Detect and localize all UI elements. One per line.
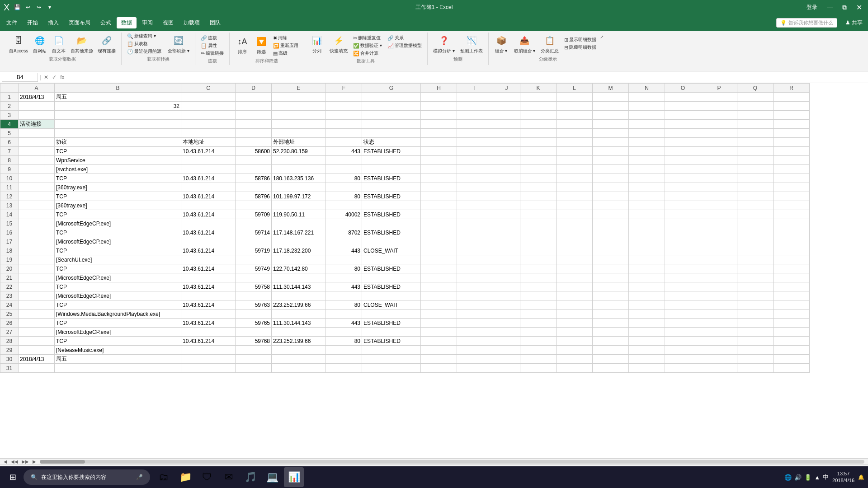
cell-D24[interactable]: 59763 xyxy=(236,300,272,310)
cell-L11[interactable] xyxy=(557,183,593,192)
cell-F3[interactable] xyxy=(326,111,362,120)
cell-E14[interactable]: 119.90.50.11 xyxy=(272,210,326,219)
cell-L6[interactable] xyxy=(557,138,593,147)
row-header-22[interactable]: 22 xyxy=(0,282,19,291)
cell-E20[interactable]: 122.70.142.80 xyxy=(272,264,326,273)
cell-N28[interactable] xyxy=(629,337,665,346)
cell-M13[interactable] xyxy=(593,201,629,210)
cell-Q2[interactable] xyxy=(737,102,774,111)
cell-H7[interactable] xyxy=(421,147,457,156)
cell-L16[interactable] xyxy=(557,228,593,237)
col-header-J[interactable]: J xyxy=(493,84,520,93)
row-header-5[interactable]: 5 xyxy=(0,129,19,138)
cell-R8[interactable] xyxy=(774,156,810,165)
cell-D5[interactable] xyxy=(236,129,272,138)
cell-J14[interactable] xyxy=(493,210,520,219)
cell-C20[interactable]: 10.43.61.214 xyxy=(181,264,236,273)
cell-D21[interactable] xyxy=(236,273,272,282)
cell-I29[interactable] xyxy=(457,346,493,355)
cell-A23[interactable] xyxy=(19,291,55,300)
cell-C24[interactable]: 10.43.61.214 xyxy=(181,300,236,310)
cell-A29[interactable] xyxy=(19,346,55,355)
reapply-button[interactable]: 🔁 重新应用 xyxy=(271,42,300,49)
cell-B1[interactable]: 周五 xyxy=(55,93,181,102)
cell-F18[interactable]: 443 xyxy=(326,246,362,255)
cell-R20[interactable] xyxy=(774,264,810,273)
cell-O13[interactable] xyxy=(665,201,701,210)
cell-R9[interactable] xyxy=(774,165,810,174)
cell-I27[interactable] xyxy=(457,328,493,337)
cell-I12[interactable] xyxy=(457,192,493,201)
cell-K4[interactable] xyxy=(520,120,557,129)
cell-L20[interactable] xyxy=(557,264,593,273)
cell-K25[interactable] xyxy=(520,310,557,319)
cell-I28[interactable] xyxy=(457,337,493,346)
cell-P9[interactable] xyxy=(701,165,737,174)
minimize-button[interactable]: — xyxy=(825,2,835,13)
cell-Q6[interactable] xyxy=(737,138,774,147)
defender-button[interactable]: 🛡 xyxy=(197,467,217,487)
cell-K30[interactable] xyxy=(520,355,557,364)
row-header-13[interactable]: 13 xyxy=(0,201,19,210)
cell-Q17[interactable] xyxy=(737,237,774,246)
cell-R22[interactable] xyxy=(774,282,810,291)
col-header-E[interactable]: E xyxy=(272,84,326,93)
cell-B25[interactable]: [Windows.Media.BackgroundPlayback.exe] xyxy=(55,310,181,319)
cell-B12[interactable]: TCP xyxy=(55,192,181,201)
cell-Q8[interactable] xyxy=(737,156,774,165)
cell-J9[interactable] xyxy=(493,165,520,174)
cell-K22[interactable] xyxy=(520,282,557,291)
group-button[interactable]: 📦 组合 ▾ xyxy=(492,33,510,55)
cell-P18[interactable] xyxy=(701,246,737,255)
cell-G10[interactable]: ESTABLISHED xyxy=(362,174,421,183)
forecast-sheet-button[interactable]: 📉 预测工作表 xyxy=(458,33,485,55)
cell-J16[interactable] xyxy=(493,228,520,237)
cell-C9[interactable] xyxy=(181,165,236,174)
menu-review[interactable]: 审阅 xyxy=(137,17,157,28)
cell-G12[interactable]: ESTABLISHED xyxy=(362,192,421,201)
cell-F24[interactable]: 80 xyxy=(326,300,362,310)
cell-P24[interactable] xyxy=(701,300,737,310)
cell-E2[interactable] xyxy=(272,102,326,111)
cell-D23[interactable] xyxy=(236,291,272,300)
cell-E4[interactable] xyxy=(272,120,326,129)
cell-C18[interactable]: 10.43.61.214 xyxy=(181,246,236,255)
row-header-6[interactable]: 6 xyxy=(0,138,19,147)
cell-R13[interactable] xyxy=(774,201,810,210)
cell-A10[interactable] xyxy=(19,174,55,183)
cell-O9[interactable] xyxy=(665,165,701,174)
cell-D8[interactable] xyxy=(236,156,272,165)
cell-O29[interactable] xyxy=(665,346,701,355)
existing-connection-button[interactable]: 🔗 现有连接 xyxy=(96,33,118,55)
cell-O23[interactable] xyxy=(665,291,701,300)
cell-P19[interactable] xyxy=(701,255,737,264)
col-header-M[interactable]: M xyxy=(593,84,629,93)
from-table-button[interactable]: 📋 从表格 xyxy=(125,40,163,47)
cell-G5[interactable] xyxy=(362,129,421,138)
data-validation-button[interactable]: ✅ 数据验证 ▾ xyxy=(351,42,384,49)
cell-A7[interactable] xyxy=(19,147,55,156)
cell-F5[interactable] xyxy=(326,129,362,138)
cell-R16[interactable] xyxy=(774,228,810,237)
cell-R18[interactable] xyxy=(774,246,810,255)
cell-A19[interactable] xyxy=(19,255,55,264)
cell-D17[interactable] xyxy=(236,237,272,246)
cell-E7[interactable]: 52.230.80.159 xyxy=(272,147,326,156)
cell-B17[interactable]: [MicrosoftEdgeCP.exe] xyxy=(55,237,181,246)
cell-H26[interactable] xyxy=(421,319,457,328)
cell-Q16[interactable] xyxy=(737,228,774,237)
cell-A15[interactable] xyxy=(19,219,55,228)
cell-Q13[interactable] xyxy=(737,201,774,210)
cell-F11[interactable] xyxy=(326,183,362,192)
cell-J7[interactable] xyxy=(493,147,520,156)
scroll-nav-1[interactable]: ◀◀ xyxy=(9,459,20,464)
undo-button[interactable]: ↩ xyxy=(23,2,33,12)
cell-P16[interactable] xyxy=(701,228,737,237)
cell-G6[interactable]: 状态 xyxy=(362,138,421,147)
cell-B9[interactable]: [svchost.exe] xyxy=(55,165,181,174)
cell-E11[interactable] xyxy=(272,183,326,192)
remove-duplicates-button[interactable]: ✂ 删除重复值 xyxy=(351,34,384,42)
cell-P26[interactable] xyxy=(701,319,737,328)
start-button[interactable]: ⊞ xyxy=(4,468,22,486)
cell-J25[interactable] xyxy=(493,310,520,319)
